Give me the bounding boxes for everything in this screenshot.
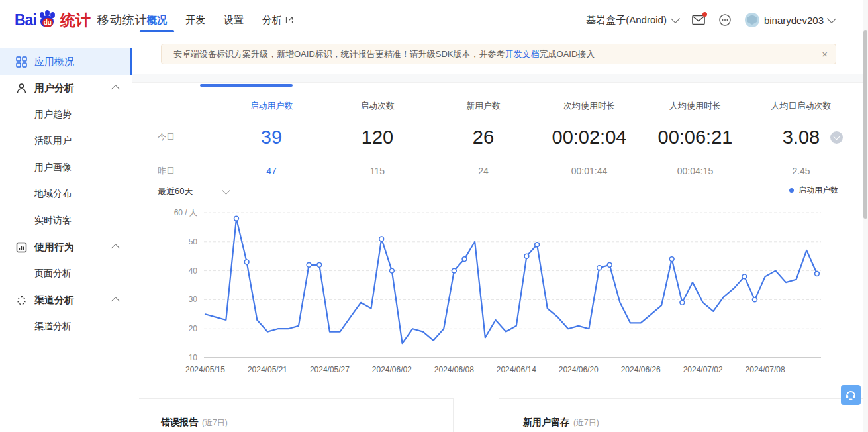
tab-analysis[interactable]: 分析 <box>253 0 303 40</box>
svg-text:2024/05/21: 2024/05/21 <box>248 365 287 374</box>
username-label: binarydev203 <box>764 15 824 26</box>
metric-header-avg-user-duration[interactable]: 人均使用时长 <box>642 100 748 112</box>
metrics-scroll-thumb[interactable] <box>200 84 293 87</box>
sidebar-item-active-users[interactable]: 活跃用户 <box>0 128 132 154</box>
row-label-today: 今日 <box>158 131 218 143</box>
date-range-dropdown[interactable]: 最近60天 <box>158 186 229 197</box>
baidu-paw-icon: du <box>38 9 58 30</box>
more-options-button[interactable] <box>718 13 732 27</box>
unread-badge <box>702 12 707 17</box>
tab-overview-label: 概况 <box>147 14 167 27</box>
ellipsis-circle-icon <box>718 13 732 27</box>
today-avg-user-duration: 00:06:21 <box>642 127 748 148</box>
vertical-scrollbar-thumb[interactable] <box>863 30 867 219</box>
logo-text-bai: Bai <box>15 11 36 29</box>
retention-label: 新用户留存 <box>523 417 569 427</box>
launch-users-line-chart[interactable]: 60 / 人50403020102024/05/152024/05/212024… <box>132 202 868 381</box>
oaid-notice-banner: 安卓端设备标识方案升级，新增OAID标识，统计报告更精准！请升级SDK版本，并参… <box>161 44 836 64</box>
yesterday-daily-launches-per-user: 2.45 <box>748 166 854 176</box>
tab-settings[interactable]: 设置 <box>215 0 253 40</box>
dotted-circle-icon <box>16 295 27 306</box>
sidebar-item-user-trend[interactable]: 用户趋势 <box>0 101 132 128</box>
sidebar-sub-label: 用户趋势 <box>34 109 72 121</box>
metric-header-launch-count[interactable]: 启动次数 <box>324 100 430 112</box>
yesterday-launch-count: 115 <box>324 166 430 176</box>
metric-header-avg-session-duration[interactable]: 次均使用时长 <box>536 100 642 112</box>
row-label-yesterday: 昨日 <box>158 165 218 177</box>
svg-text:10: 10 <box>189 353 198 362</box>
external-link-icon <box>285 16 293 24</box>
tab-develop[interactable]: 开发 <box>176 0 215 40</box>
svg-text:2024/06/08: 2024/06/08 <box>434 365 474 374</box>
sidebar-sub-label: 渠道分析 <box>34 321 72 333</box>
svg-text:2024/07/08: 2024/07/08 <box>746 365 785 374</box>
sidebar-item-label: 应用概况 <box>34 56 74 68</box>
metrics-summary-table: 启动用户数 启动次数 新用户数 次均使用时长 人均使用时长 人均日启动次数 今日… <box>158 95 854 185</box>
baidu-tongji-logo[interactable]: Bai du 统计 移动统计 <box>15 0 148 40</box>
sidebar-group-usage-behavior[interactable]: 使用行为 <box>0 234 132 260</box>
app-window: Bai du 统计 移动统计 概况 开发 设置 分析 <box>0 0 868 432</box>
svg-text:2024/06/26: 2024/06/26 <box>621 365 661 374</box>
customer-service-button[interactable] <box>841 385 861 405</box>
svg-text:30: 30 <box>189 295 198 304</box>
header-right-cluster: 基岩盒子(Android) binarydev203 <box>586 0 835 40</box>
svg-text:50: 50 <box>189 237 198 246</box>
metric-header-new-users[interactable]: 新用户数 <box>430 100 536 112</box>
chart-legend[interactable]: 启动用户数 <box>789 185 838 196</box>
logo-text-du: du <box>42 18 53 27</box>
date-range-label: 最近60天 <box>158 186 193 197</box>
sidebar-group-label: 使用行为 <box>34 241 74 254</box>
svg-text:20: 20 <box>189 324 198 333</box>
notice-text-suffix: 完成OAID接入 <box>540 48 595 60</box>
panel-divider <box>139 398 453 399</box>
dev-docs-link[interactable]: 开发文档 <box>505 48 540 60</box>
sidebar-item-region-distribution[interactable]: 地域分布 <box>0 181 132 207</box>
sidebar-group-user-analysis[interactable]: 用户分析 <box>0 75 132 101</box>
close-icon[interactable]: × <box>822 48 828 60</box>
primary-nav-tabs: 概况 开发 设置 分析 <box>138 0 303 40</box>
avatar <box>745 13 759 27</box>
metric-header-daily-launches-per-user[interactable]: 人均日启动次数 <box>748 100 854 112</box>
bar-chart-icon <box>16 242 27 253</box>
svg-text:2024/05/15: 2024/05/15 <box>185 365 225 374</box>
chevron-down-icon <box>834 134 840 140</box>
tab-overview[interactable]: 概况 <box>138 0 176 40</box>
retention-panel-title: 新用户留存(近7日) <box>523 417 599 429</box>
headset-icon <box>845 390 857 401</box>
logo-text-tongji: 统计 <box>60 10 91 30</box>
expand-metrics-button[interactable] <box>830 131 843 144</box>
legend-dot <box>789 188 794 193</box>
app-selector-dropdown[interactable]: 基岩盒子(Android) <box>586 14 679 27</box>
sidebar-item-app-overview[interactable]: 应用概况 <box>0 48 132 75</box>
sidebar-nav: 应用概况 用户分析 用户趋势 活跃用户 用户画像 地域分布 实时访客 使用行为 … <box>0 40 132 432</box>
chevron-up-icon <box>111 297 120 305</box>
app-selector-label: 基岩盒子(Android) <box>586 14 667 27</box>
sidebar-sub-label: 活跃用户 <box>34 135 72 147</box>
retention-range: (近7日) <box>573 418 599 427</box>
chevron-down-icon <box>671 14 680 23</box>
sidebar-group-channel-analysis[interactable]: 渠道分析 <box>0 287 132 313</box>
user-menu[interactable]: binarydev203 <box>745 13 835 27</box>
sidebar-sub-label: 实时访客 <box>34 215 72 227</box>
sidebar-sub-label: 地域分布 <box>34 188 72 200</box>
metric-header-launch-users[interactable]: 启动用户数 <box>218 100 324 112</box>
svg-text:40: 40 <box>189 266 198 276</box>
yesterday-launch-users: 47 <box>218 166 324 176</box>
sidebar-item-channel-analysis[interactable]: 渠道分析 <box>0 313 132 340</box>
chevron-down-icon <box>222 186 231 195</box>
today-new-users: 26 <box>430 127 536 148</box>
yesterday-avg-user-duration: 00:04:15 <box>642 166 748 176</box>
svg-text:2024/06/20: 2024/06/20 <box>559 365 599 374</box>
sidebar-item-user-profile[interactable]: 用户画像 <box>0 154 132 181</box>
user-icon <box>16 83 27 94</box>
messages-button[interactable] <box>692 15 705 25</box>
sidebar-item-realtime-visitors[interactable]: 实时访客 <box>0 207 132 234</box>
error-report-panel-title: 错误报告(近7日) <box>161 417 228 429</box>
metrics-scroll-track <box>132 74 868 83</box>
sidebar-item-page-analysis[interactable]: 页面分析 <box>0 260 132 287</box>
svg-text:2024/06/02: 2024/06/02 <box>372 365 412 374</box>
chevron-down-icon <box>827 14 836 23</box>
svg-text:2024/07/02: 2024/07/02 <box>683 365 723 374</box>
svg-text:2024/06/14: 2024/06/14 <box>497 365 536 374</box>
chevron-up-icon <box>111 85 120 93</box>
